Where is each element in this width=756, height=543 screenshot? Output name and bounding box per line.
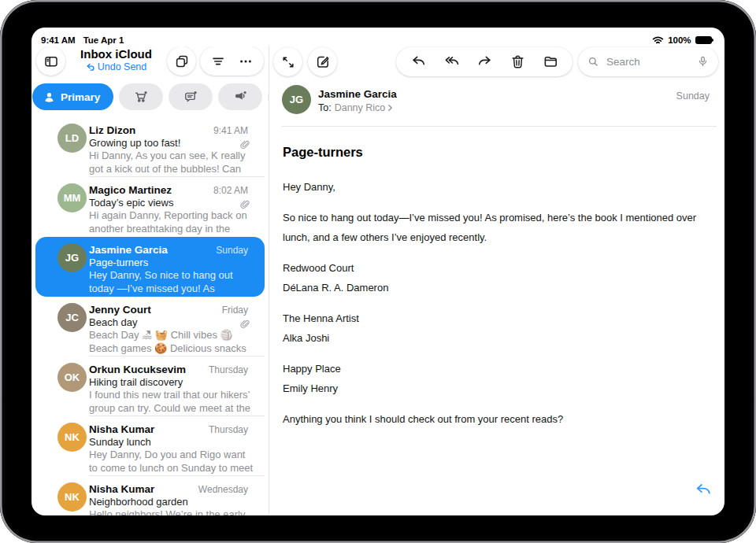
sender-name: Nisha Kumar <box>89 483 192 495</box>
search-input[interactable] <box>605 55 691 68</box>
avatar: LD <box>57 124 87 153</box>
to-label: To: <box>318 102 332 113</box>
more-button[interactable] <box>238 54 254 69</box>
status-date: Tue Apr 1 <box>83 35 124 45</box>
message-subject: Page-turners <box>89 257 256 268</box>
battery-icon <box>695 36 713 45</box>
compose-icon <box>315 54 331 70</box>
body-paragraph: So nice to hang out today—I’ve missed yo… <box>283 208 704 247</box>
chevron-right-icon <box>387 104 393 112</box>
move-to-folder-button[interactable] <box>534 47 567 76</box>
list-item[interactable]: JC Jenny CourtFriday Beach day Beach Day… <box>32 297 269 356</box>
avatar: MM <box>57 183 87 212</box>
message-preview: Hey Danny, So nice to hang out today —I’… <box>89 269 256 295</box>
message-subject: Beach day <box>89 316 256 328</box>
body-paragraph: Anything you think I should check out fr… <box>283 409 704 429</box>
cart-icon <box>134 90 149 105</box>
reply-icon <box>694 481 713 500</box>
message-time: 9:41 AM <box>213 125 256 136</box>
mailbox-title: Inbox iCloud <box>69 47 163 61</box>
message-time: Wednesday <box>198 484 256 495</box>
message-preview: Hi Danny, As you can see, K really got a… <box>89 150 256 175</box>
category-primary[interactable]: Primary <box>32 83 113 110</box>
body-paragraph: Hey Danny, <box>283 177 704 197</box>
filter-icon <box>210 54 226 69</box>
battery-percent: 100% <box>668 35 691 45</box>
reply-all-icon <box>443 54 460 70</box>
reply-icon <box>410 54 427 70</box>
category-promotions[interactable] <box>218 83 262 110</box>
forward-button[interactable] <box>468 47 501 76</box>
list-item[interactable]: LD Liz Dizon9:41 AM Growing up too fast!… <box>32 117 269 177</box>
mailbox-header: Inbox iCloud Undo Send <box>32 46 269 76</box>
chat-icon <box>183 90 198 105</box>
message-list-pane: Inbox iCloud Undo Send Primary <box>32 46 269 515</box>
list-item[interactable]: NK Nisha KumarWednesday Neighborhood gar… <box>32 476 269 515</box>
message-subject: Growing up too fast! <box>89 137 256 149</box>
folder-icon <box>543 54 559 70</box>
message-preview: Hi again Danny, Reporting back on anothe… <box>89 209 256 235</box>
message-time: 8:02 AM <box>213 185 256 196</box>
body-paragraph: The Henna ArtistAlka Joshi <box>283 308 704 348</box>
status-bar: 9:41 AM Tue Apr 1 100% <box>32 28 724 46</box>
sender-name: Liz Dizon <box>89 124 207 136</box>
email-header: JG Jasmine Garcia To: Danny Rico Sunday <box>269 80 724 126</box>
email-sender: Jasmine Garcia <box>318 87 710 100</box>
person-icon <box>43 90 56 104</box>
message-preview: Hey Danny, Do you and Rigo want to come … <box>89 449 256 475</box>
compose-button[interactable] <box>308 47 337 76</box>
trash-button[interactable] <box>501 47 534 76</box>
category-transactions[interactable] <box>119 83 163 110</box>
expand-button[interactable] <box>273 47 302 76</box>
list-item[interactable]: MM Magico Martinez8:02 AM Today’s epic v… <box>32 177 269 237</box>
message-subject: Neighborhood garden <box>89 496 256 508</box>
message-time: Thursday <box>209 424 256 435</box>
list-item[interactable]: NK Nisha KumarThursday Sunday lunch Hey … <box>32 416 269 476</box>
avatar: JG <box>282 85 311 114</box>
message-preview: I found this new trail that our hikers’ … <box>89 389 256 415</box>
copy-icon <box>174 54 190 69</box>
category-updates[interactable] <box>169 83 213 110</box>
message-time: Sunday <box>216 245 256 256</box>
message-subject: Hiking trail discovery <box>89 376 256 388</box>
paperclip-icon <box>239 199 250 209</box>
avatar: JG <box>57 243 87 272</box>
message-list: LD Liz Dizon9:41 AM Growing up too fast!… <box>32 117 269 515</box>
reply-button[interactable] <box>402 47 435 76</box>
message-subject: Sunday lunch <box>89 436 256 448</box>
undo-icon <box>86 62 95 72</box>
mic-icon[interactable] <box>696 55 710 68</box>
header-divider <box>282 126 717 127</box>
avatar: NK <box>57 423 87 452</box>
body-paragraph: Redwood CourtDéLana R. A. Dameron <box>283 258 704 297</box>
undo-send-button[interactable]: Undo Send <box>86 61 147 72</box>
sidebar-toggle-button[interactable] <box>36 46 65 76</box>
message-preview: Beach Day 🏖 🧺 Chill vibes 🏐 Beach games … <box>89 329 256 355</box>
sender-name: Nisha Kumar <box>89 423 202 435</box>
reply-all-button[interactable] <box>435 47 468 76</box>
message-preview: Hello neighbors! We’re in the early <box>89 508 256 515</box>
filter-button[interactable] <box>210 54 226 69</box>
wifi-icon <box>652 36 664 45</box>
message-time: Friday <box>222 305 256 316</box>
avatar: OK <box>57 363 87 392</box>
email-date: Sunday <box>676 90 710 102</box>
sender-name: Jasmine Garcia <box>89 244 209 256</box>
recipient-button[interactable]: Danny Rico <box>335 102 394 113</box>
megaphone-icon <box>233 90 248 105</box>
screen: 9:41 AM Tue Apr 1 100% Inbox iCloud Undo… <box>32 28 724 515</box>
body-paragraph: Happy PlaceEmily Henry <box>283 359 704 398</box>
list-item[interactable]: JG Jasmine GarciaSunday Page-turners Hey… <box>35 237 265 297</box>
email-body: Hey Danny, So nice to hang out today—I’v… <box>283 177 704 429</box>
reply-fab-button[interactable] <box>694 481 713 500</box>
trash-icon <box>510 54 526 70</box>
category-tabs: Primary <box>32 83 269 110</box>
reading-toolbar <box>269 46 724 76</box>
select-messages-button[interactable] <box>167 46 196 76</box>
message-subject: Today’s epic views <box>89 197 256 209</box>
avatar: NK <box>57 482 87 512</box>
list-item[interactable]: OK Orkun KucuksevimThursday Hiking trail… <box>32 356 269 416</box>
search-field[interactable] <box>578 47 718 76</box>
more-icon <box>238 54 254 69</box>
paperclip-icon <box>239 139 250 150</box>
